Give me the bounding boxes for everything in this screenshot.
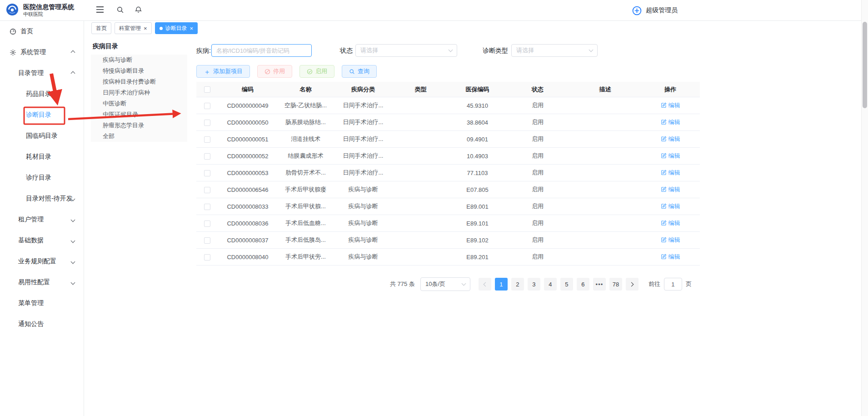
cell-code: CD0000000051: [218, 136, 277, 143]
scrollbar-thumb[interactable]: [863, 22, 867, 108]
sidebar-item-catalog-management[interactable]: 目录管理: [0, 63, 84, 84]
close-icon[interactable]: ×: [190, 25, 194, 31]
sidebar-item-label: 菜单管理: [18, 299, 44, 307]
chevron-down-icon: [71, 238, 75, 243]
edit-button[interactable]: 编辑: [661, 253, 680, 261]
cell-insurance-code: E89.101: [449, 220, 506, 227]
row-checkbox[interactable]: [204, 204, 210, 210]
tab-department-management[interactable]: 科室管理 ×: [115, 22, 152, 34]
edit-button[interactable]: 编辑: [661, 152, 680, 160]
sidebar-item-usability-config[interactable]: 易用性配置: [0, 272, 84, 293]
notifications-bell-icon[interactable]: [135, 5, 142, 14]
edit-button[interactable]: 编辑: [661, 202, 680, 211]
table-row: CD0000008037 手术后低胰岛... 疾病与诊断 E89.102 启用 …: [196, 232, 700, 249]
tree-item-disease-diagnosis[interactable]: 疾病与诊断: [91, 55, 187, 65]
column-header-code: 编码: [218, 85, 277, 94]
page-size-select[interactable]: 10条/页: [420, 277, 470, 291]
sidebar-item-notice[interactable]: 通知公告: [0, 314, 84, 335]
tree-item-special-chronic[interactable]: 特慢病诊断目录: [91, 65, 187, 76]
cell-insurance-code: E89.102: [449, 237, 506, 244]
edit-button[interactable]: 编辑: [661, 185, 680, 194]
prev-page-button[interactable]: [479, 278, 491, 291]
page-button-1[interactable]: 1: [495, 278, 508, 291]
next-page-button[interactable]: [626, 278, 639, 291]
sidebar-item-treatment-catalog[interactable]: 诊疗目录: [0, 167, 84, 188]
edit-label: 编辑: [668, 253, 680, 261]
sidebar-item-catalog-mapping[interactable]: 目录对照-待开发: [0, 188, 84, 209]
row-checkbox[interactable]: [204, 254, 210, 261]
more-pages-button[interactable]: •••: [593, 278, 606, 291]
query-button[interactable]: 查询: [342, 65, 377, 78]
tree-item-tcm-diagnosis[interactable]: 中医诊断: [91, 98, 187, 109]
page-button-6[interactable]: 6: [577, 278, 589, 291]
disease-search-input[interactable]: [211, 44, 312, 57]
status-select[interactable]: 请选择: [355, 44, 457, 57]
edit-button[interactable]: 编辑: [661, 101, 680, 110]
edit-button[interactable]: 编辑: [661, 135, 680, 143]
row-checkbox[interactable]: [204, 187, 210, 193]
page-button-78[interactable]: 78: [609, 278, 622, 291]
sidebar-item-basic-data[interactable]: 基础数据: [0, 230, 84, 251]
cell-code: CD0000000050: [218, 119, 277, 126]
dashboard-icon: [10, 28, 16, 35]
table-row: CD0000008040 手术后甲状旁... 疾病与诊断 E89.201 启用 …: [196, 249, 700, 266]
app-header: 医院信息管理系统 中联医院 超级管理员: [0, 0, 861, 21]
sidebar-item-label: 易用性配置: [18, 278, 50, 286]
row-checkbox[interactable]: [204, 170, 210, 176]
add-item-label: 添加新项目: [213, 67, 243, 75]
sidebar-item-national-code-catalog[interactable]: 国临码目录: [0, 125, 84, 146]
edit-button[interactable]: 编辑: [661, 219, 680, 227]
edit-icon: [661, 203, 667, 209]
tree-item-payment-by-disease[interactable]: 按病种目录付费诊断: [91, 76, 187, 87]
row-checkbox[interactable]: [204, 221, 210, 227]
sidebar-item-menu-management[interactable]: 菜单管理: [0, 293, 84, 314]
row-checkbox[interactable]: [204, 237, 210, 244]
chevron-left-icon: [483, 282, 488, 286]
tree-item-tcm-syndrome[interactable]: 中医证候目录: [91, 109, 187, 120]
page-button-3[interactable]: 3: [528, 278, 540, 291]
edit-icon: [661, 186, 667, 192]
row-checkbox[interactable]: [204, 103, 210, 109]
tab-diagnosis-catalog[interactable]: 诊断目录 ×: [155, 22, 198, 34]
edit-button[interactable]: 编辑: [661, 118, 680, 126]
collapse-menu-icon[interactable]: [96, 6, 104, 13]
chevron-up-icon: [71, 50, 75, 55]
page-button-4[interactable]: 4: [544, 278, 557, 291]
close-icon[interactable]: ×: [144, 25, 147, 31]
page-button-5[interactable]: 5: [560, 278, 573, 291]
edit-button[interactable]: 编辑: [661, 236, 680, 244]
search-icon[interactable]: [116, 6, 124, 14]
sidebar-item-system-management[interactable]: 系统管理: [0, 42, 84, 63]
add-item-button[interactable]: ＋ 添加新项目: [196, 65, 250, 78]
tree-item-all[interactable]: 全部: [91, 131, 187, 142]
user-menu[interactable]: 超级管理员: [632, 0, 678, 21]
select-all-checkbox[interactable]: [204, 86, 210, 93]
row-checkbox[interactable]: [204, 120, 210, 126]
edit-button[interactable]: 编辑: [661, 169, 680, 177]
tree-item-day-surgery[interactable]: 日间手术治疗病种: [91, 87, 187, 98]
row-checkbox[interactable]: [204, 136, 210, 143]
disable-button[interactable]: 停用: [257, 65, 292, 78]
table-row: CD0000000049 空肠-乙状结肠... 日间手术治疗... 45.931…: [196, 97, 700, 114]
cell-category: 疾病与诊断: [334, 219, 392, 227]
sidebar-item-diagnosis-catalog[interactable]: 诊断目录: [0, 105, 84, 125]
row-checkbox[interactable]: [204, 153, 210, 160]
active-tab-dot: [160, 27, 163, 30]
tree-item-tumor-morphology[interactable]: 肿瘤形态学目录: [91, 120, 187, 131]
sidebar-item-home[interactable]: 首页: [0, 21, 84, 42]
sidebar-item-consumables-catalog[interactable]: 耗材目录: [0, 146, 84, 167]
sidebar-item-tenant-management[interactable]: 租户管理: [0, 209, 84, 230]
cell-category: 日间手术治疗...: [334, 101, 392, 110]
enable-button[interactable]: 启用: [299, 65, 334, 78]
tab-home[interactable]: 首页: [91, 22, 111, 34]
cell-status: 启用: [506, 253, 569, 261]
page-button-2[interactable]: 2: [511, 278, 524, 291]
diagnosis-type-select[interactable]: 请选择: [511, 44, 598, 57]
sidebar-item-drug-catalog[interactable]: 药品目录: [0, 84, 84, 105]
goto-page-input[interactable]: [664, 278, 682, 291]
sidebar-item-business-rules[interactable]: 业务规则配置: [0, 251, 84, 272]
vertical-scrollbar[interactable]: [861, 0, 868, 416]
cell-status: 启用: [506, 185, 569, 194]
chevron-down-icon: [461, 281, 466, 286]
cell-code: CD0000008033: [218, 203, 277, 210]
